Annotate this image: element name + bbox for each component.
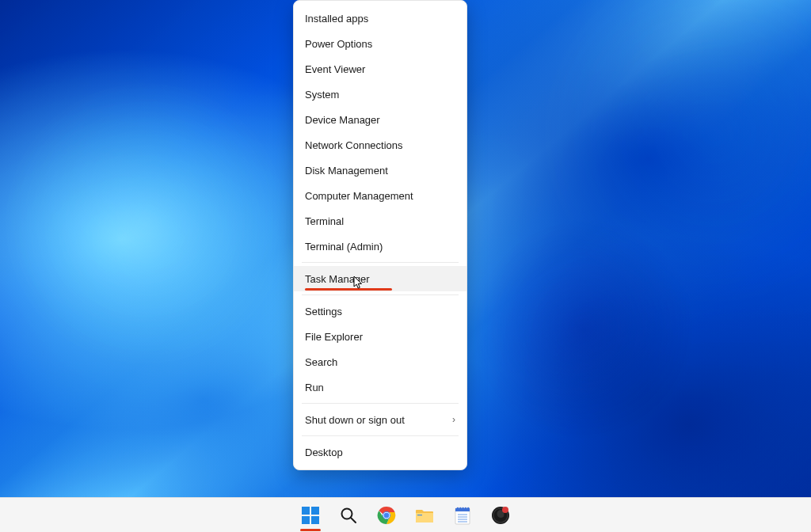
menu-item-label: Installed apps bbox=[305, 13, 368, 25]
menu-item-file-explorer[interactable]: File Explorer bbox=[294, 324, 466, 349]
svg-point-24 bbox=[502, 507, 508, 513]
menu-item-terminal-admin[interactable]: Terminal (Admin) bbox=[294, 234, 466, 259]
menu-separator bbox=[302, 262, 459, 263]
menu-item-computer-management[interactable]: Computer Management bbox=[294, 183, 466, 208]
menu-item-network-connections[interactable]: Network Connections bbox=[294, 132, 466, 158]
desktop: Installed appsPower OptionsEvent ViewerS… bbox=[0, 0, 811, 532]
menu-item-label: Desktop bbox=[305, 446, 343, 458]
windows-logo-icon bbox=[302, 507, 319, 524]
menu-item-label: Computer Management bbox=[305, 190, 413, 202]
obs-icon bbox=[491, 506, 510, 525]
chrome-button[interactable] bbox=[373, 502, 400, 529]
menu-item-device-manager[interactable]: Device Manager bbox=[294, 107, 466, 132]
svg-point-13 bbox=[457, 507, 459, 509]
menu-item-event-viewer[interactable]: Event Viewer bbox=[294, 56, 466, 82]
menu-item-run[interactable]: Run bbox=[294, 374, 466, 400]
menu-item-settings[interactable]: Settings bbox=[294, 298, 466, 324]
search-icon bbox=[340, 507, 357, 524]
menu-separator bbox=[302, 435, 459, 436]
menu-item-label: Task Manager bbox=[305, 273, 370, 285]
menu-item-label: Terminal bbox=[305, 215, 344, 227]
menu-item-label: Event Viewer bbox=[305, 63, 365, 75]
menu-item-power-options[interactable]: Power Options bbox=[294, 31, 466, 56]
start-right-click-menu: Installed appsPower OptionsEvent ViewerS… bbox=[293, 0, 467, 470]
svg-rect-1 bbox=[311, 507, 319, 515]
svg-rect-10 bbox=[417, 515, 422, 515]
menu-item-label: Network Connections bbox=[305, 139, 403, 151]
menu-item-label: Disk Management bbox=[305, 165, 388, 177]
svg-line-5 bbox=[351, 518, 356, 522]
file-explorer-button[interactable] bbox=[411, 502, 438, 529]
menu-separator bbox=[302, 294, 459, 295]
svg-point-9 bbox=[384, 512, 390, 518]
chrome-icon bbox=[377, 506, 396, 525]
menu-item-label: Settings bbox=[305, 306, 342, 317]
menu-item-installed-apps[interactable]: Installed apps bbox=[294, 6, 466, 31]
menu-item-label: Search bbox=[305, 356, 337, 368]
menu-item-label: File Explorer bbox=[305, 331, 363, 343]
search-button[interactable] bbox=[335, 502, 362, 529]
menu-item-label: System bbox=[305, 89, 339, 101]
svg-point-15 bbox=[462, 507, 464, 509]
menu-item-shut-down-or-sign-out[interactable]: Shut down or sign out› bbox=[294, 407, 466, 432]
chevron-right-icon: › bbox=[452, 414, 455, 425]
menu-item-terminal[interactable]: Terminal bbox=[294, 208, 466, 234]
menu-item-disk-management[interactable]: Disk Management bbox=[294, 158, 466, 183]
notepad-icon bbox=[455, 506, 470, 525]
menu-item-label: Terminal (Admin) bbox=[305, 241, 383, 253]
notepad-button[interactable] bbox=[449, 502, 476, 529]
svg-rect-3 bbox=[311, 516, 319, 524]
obs-button[interactable] bbox=[487, 502, 514, 529]
svg-point-14 bbox=[459, 507, 462, 509]
annotation-underline-task-manager bbox=[305, 288, 392, 291]
folder-icon bbox=[415, 507, 434, 523]
annotation-underline-start-button bbox=[300, 529, 321, 531]
menu-item-label: Run bbox=[305, 382, 324, 393]
menu-item-system[interactable]: System bbox=[294, 82, 466, 107]
menu-separator bbox=[302, 403, 459, 404]
menu-item-search[interactable]: Search bbox=[294, 349, 466, 374]
svg-rect-2 bbox=[302, 516, 310, 524]
taskbar bbox=[0, 497, 811, 532]
svg-point-17 bbox=[467, 507, 470, 509]
menu-item-desktop[interactable]: Desktop bbox=[294, 439, 466, 465]
start-button[interactable] bbox=[297, 502, 324, 529]
menu-item-label: Shut down or sign out bbox=[305, 414, 405, 426]
menu-item-label: Power Options bbox=[305, 38, 372, 50]
menu-item-label: Device Manager bbox=[305, 114, 380, 126]
svg-point-16 bbox=[465, 507, 467, 509]
svg-rect-0 bbox=[302, 507, 310, 515]
